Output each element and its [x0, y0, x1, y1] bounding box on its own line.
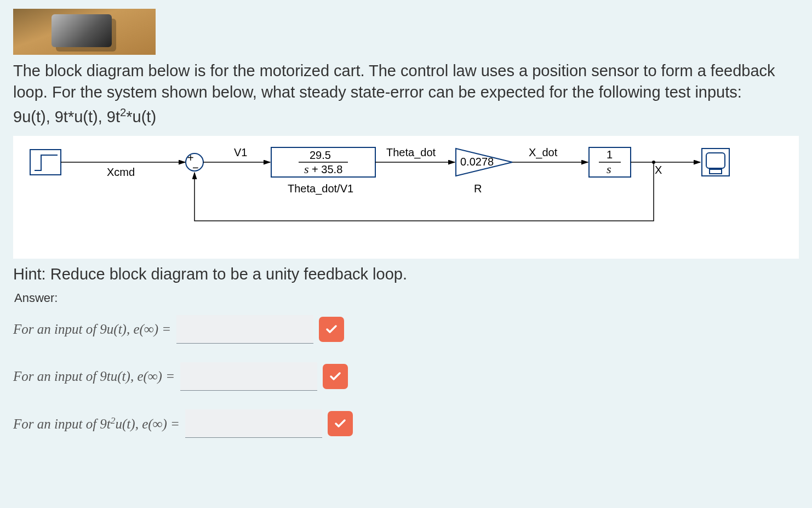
q3-input[interactable]: [185, 409, 322, 438]
hint-text: Hint: Reduce block diagram to be a unity…: [13, 265, 799, 283]
q1-check-button[interactable]: [319, 317, 344, 342]
q1-input[interactable]: [176, 315, 313, 344]
problem-statement: The block diagram below is for the motor…: [13, 60, 799, 103]
q3-prompt-exp: 2: [111, 415, 116, 426]
tf-label: Theta_dot/V1: [288, 182, 353, 195]
problem-page: The block diagram below is for the motor…: [0, 0, 812, 478]
svg-rect-13: [706, 153, 725, 168]
gain-value: 0.0278: [460, 156, 494, 168]
sum-minus: −: [192, 162, 199, 174]
tf-num: 29.5: [310, 149, 331, 161]
question-row-3: For an input of 9t2u(t), e(∞) =: [13, 409, 799, 438]
svg-rect-0: [30, 150, 61, 175]
label-v1: V1: [234, 146, 247, 158]
check-icon: [334, 417, 347, 430]
q2-prompt: For an input of 9tu(t), e(∞) =: [13, 369, 175, 384]
problem-paragraph: The block diagram below is for the motor…: [13, 60, 799, 103]
label-xcmd: Xcmd: [107, 166, 135, 178]
label-xdot: X_dot: [529, 146, 558, 159]
check-icon: [329, 370, 342, 383]
label-x: X: [655, 164, 662, 176]
q3-check-button[interactable]: [328, 411, 353, 436]
inputs-text-2: *u(t): [126, 108, 156, 125]
answer-header: Answer:: [14, 291, 799, 305]
int-den: s: [607, 162, 611, 176]
q2-check-button[interactable]: [323, 364, 348, 389]
inputs-text-1: 9u(t), 9t*u(t), 9t: [13, 108, 120, 125]
block-diagram: Xcmd + − V1 29.5 s + 35.8 Theta_dot/V1 T…: [13, 136, 799, 259]
block-diagram-svg: Xcmd + − V1 29.5 s + 35.8 Theta_dot/V1 T…: [19, 144, 731, 237]
q1-prompt: For an input of 9u(t), e(∞) =: [13, 322, 171, 337]
int-num: 1: [607, 149, 613, 161]
q3-prompt-pre: For an input of 9t: [13, 417, 111, 432]
gain-label: R: [474, 182, 482, 195]
q2-input[interactable]: [180, 362, 317, 391]
test-inputs-line: 9u(t), 9t*u(t), 9t2*u(t): [13, 106, 799, 126]
svg-rect-14: [710, 169, 722, 174]
check-icon: [325, 323, 338, 336]
inputs-exponent: 2: [120, 106, 126, 118]
question-row-1: For an input of 9u(t), e(∞) =: [13, 315, 799, 344]
q3-prompt-post: u(t), e(∞) =: [116, 417, 180, 432]
q3-prompt: For an input of 9t2u(t), e(∞) =: [13, 415, 180, 432]
label-theta-dot: Theta_dot: [386, 146, 436, 159]
question-row-2: For an input of 9tu(t), e(∞) =: [13, 362, 799, 391]
tf-den: s + 35.8: [304, 162, 342, 176]
cart-thumbnail: [13, 9, 156, 55]
